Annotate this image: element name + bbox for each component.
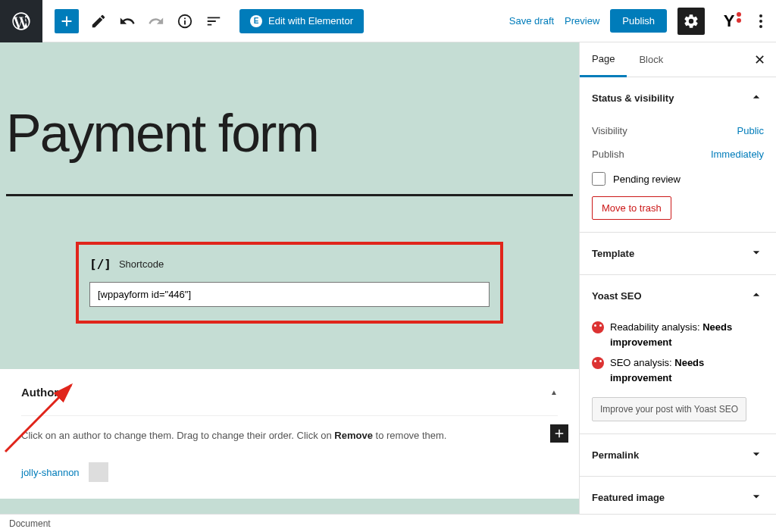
sad-face-icon bbox=[592, 321, 604, 333]
panel-template-title: Template bbox=[592, 248, 634, 259]
elementor-label: Edit with Elementor bbox=[268, 15, 353, 27]
improve-yoast-button[interactable]: Improve your post with Yoast SEO bbox=[592, 397, 746, 421]
authors-section: Authors ▲ Click on an author to change t… bbox=[0, 369, 579, 499]
visibility-label: Visibility bbox=[592, 125, 627, 136]
add-block-inline-button[interactable] bbox=[550, 424, 568, 443]
breadcrumb-bar: Document bbox=[0, 514, 776, 532]
more-options-button[interactable] bbox=[753, 8, 768, 34]
author-name: jolly-shannon bbox=[21, 467, 80, 478]
main-area: Payment form [/] Shortcode Authors ▲ Cli… bbox=[0, 42, 776, 514]
panel-permalink-header[interactable]: Permalink bbox=[580, 434, 776, 476]
publish-label: Publish bbox=[592, 149, 624, 160]
panel-status-title: Status & visibility bbox=[592, 92, 674, 104]
authors-header[interactable]: Authors ▲ bbox=[21, 386, 558, 415]
toolbar-left: E Edit with Elementor bbox=[42, 8, 364, 35]
editor-content: Payment form [/] Shortcode Authors ▲ Cli… bbox=[0, 42, 579, 499]
editor-canvas[interactable]: Payment form [/] Shortcode Authors ▲ Cli… bbox=[0, 42, 579, 514]
panel-featured-header[interactable]: Featured image bbox=[580, 477, 776, 514]
panel-yoast-title: Yoast SEO bbox=[592, 290, 642, 302]
collapse-icon: ▲ bbox=[550, 388, 558, 396]
panel-template: Template bbox=[580, 233, 776, 275]
pending-review-row[interactable]: Pending review bbox=[592, 166, 764, 196]
undo-button[interactable] bbox=[114, 8, 141, 35]
authors-description: Click on an author to change them. Drag … bbox=[21, 415, 558, 456]
readability-row[interactable]: Readability analysis: Needs improvement bbox=[592, 317, 764, 352]
toolbar-right: Save draft Preview Publish Y bbox=[509, 8, 776, 35]
visibility-value[interactable]: Public bbox=[737, 125, 764, 136]
chevron-down-icon bbox=[749, 245, 764, 262]
publish-value[interactable]: Immediately bbox=[711, 149, 764, 160]
chevron-up-icon bbox=[749, 89, 764, 107]
shortcode-icon: [/] bbox=[89, 257, 111, 271]
top-toolbar: E Edit with Elementor Save draft Preview… bbox=[0, 0, 776, 42]
shortcode-input[interactable] bbox=[89, 282, 490, 307]
edit-mode-button[interactable] bbox=[85, 8, 112, 35]
panel-template-header[interactable]: Template bbox=[580, 233, 776, 274]
redo-button[interactable] bbox=[142, 8, 170, 35]
close-sidebar-button[interactable]: ✕ bbox=[743, 52, 776, 68]
seo-analysis-row[interactable]: SEO analysis: Needs improvement bbox=[592, 352, 764, 388]
info-button[interactable] bbox=[171, 8, 199, 35]
panel-permalink-title: Permalink bbox=[592, 449, 639, 461]
panel-yoast-header[interactable]: Yoast SEO bbox=[580, 275, 776, 317]
author-avatar bbox=[89, 462, 108, 482]
settings-button[interactable] bbox=[677, 8, 705, 35]
panel-yoast-seo: Yoast SEO Readability analysis: Needs im… bbox=[580, 275, 776, 434]
yoast-icon: Y bbox=[724, 11, 735, 31]
title-divider bbox=[6, 194, 573, 196]
authors-title: Authors bbox=[21, 386, 65, 399]
chevron-up-icon bbox=[749, 287, 764, 305]
elementor-icon: E bbox=[250, 15, 262, 27]
preview-button[interactable]: Preview bbox=[565, 15, 599, 27]
yoast-status-dots bbox=[737, 12, 741, 23]
panel-status-visibility: Status & visibility Visibility Public Pu… bbox=[580, 77, 776, 233]
save-draft-button[interactable]: Save draft bbox=[509, 15, 554, 27]
shortcode-header: [/] Shortcode bbox=[89, 257, 490, 271]
edit-with-elementor-button[interactable]: E Edit with Elementor bbox=[239, 9, 364, 33]
visibility-row: Visibility Public bbox=[592, 119, 764, 142]
breadcrumb-document[interactable]: Document bbox=[9, 518, 51, 529]
pending-review-label: Pending review bbox=[613, 174, 681, 185]
yoast-button[interactable]: Y bbox=[715, 8, 743, 35]
tab-page[interactable]: Page bbox=[580, 42, 627, 77]
shortcode-block-highlight: [/] Shortcode bbox=[76, 242, 503, 324]
panel-status-header[interactable]: Status & visibility bbox=[580, 77, 776, 119]
add-block-button[interactable] bbox=[55, 9, 79, 33]
settings-sidebar: Page Block ✕ Status & visibility Visibil… bbox=[579, 42, 776, 514]
wordpress-logo[interactable] bbox=[0, 0, 42, 42]
panel-permalink: Permalink bbox=[580, 434, 776, 477]
chevron-down-icon bbox=[749, 489, 764, 506]
outline-button[interactable] bbox=[200, 8, 227, 35]
page-title[interactable]: Payment form bbox=[0, 42, 579, 186]
panel-featured-image: Featured image bbox=[580, 477, 776, 514]
tab-block[interactable]: Block bbox=[627, 43, 675, 76]
sad-face-icon bbox=[592, 357, 604, 369]
chevron-down-icon bbox=[749, 446, 764, 464]
publish-row: Publish Immediately bbox=[592, 142, 764, 166]
publish-button[interactable]: Publish bbox=[610, 9, 667, 33]
sidebar-tabs: Page Block ✕ bbox=[580, 42, 776, 77]
pending-review-checkbox[interactable] bbox=[592, 172, 605, 186]
panel-featured-title: Featured image bbox=[592, 492, 665, 503]
shortcode-label: Shortcode bbox=[119, 258, 164, 270]
author-item[interactable]: jolly-shannon bbox=[21, 456, 558, 482]
move-to-trash-button[interactable]: Move to trash bbox=[592, 196, 671, 220]
